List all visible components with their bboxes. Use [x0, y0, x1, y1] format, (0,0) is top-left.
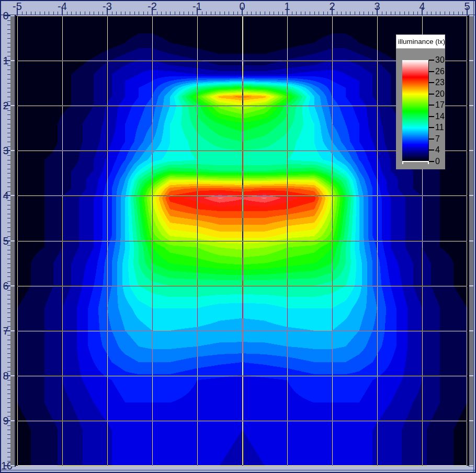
y-major-tick	[4, 375, 10, 376]
x-minor-tick	[170, 11, 171, 15]
x-minor-tick	[71, 11, 72, 15]
x-minor-tick	[211, 11, 211, 15]
x-minor-tick	[359, 11, 360, 15]
colorbar-tick-label: 23	[435, 78, 447, 87]
left-ruler: 012345678910	[1, 15, 10, 470]
x-minor-tick	[260, 11, 260, 15]
colorbar-tick	[429, 71, 434, 72]
groove-notch	[469, 285, 473, 286]
x-minor-tick	[323, 11, 324, 15]
x-minor-tick	[206, 11, 207, 15]
plot-right-edge	[467, 16, 469, 466]
x-minor-tick	[265, 11, 265, 15]
x-minor-tick	[368, 11, 369, 15]
right-plot-groove	[469, 15, 473, 467]
x-minor-tick	[305, 11, 305, 15]
x-minor-tick	[143, 11, 144, 15]
x-minor-tick	[449, 11, 450, 15]
x-minor-tick	[440, 11, 440, 15]
x-minor-tick	[76, 11, 76, 15]
colorbar-tick-label: 26	[435, 67, 447, 76]
left-plot-groove	[10, 15, 16, 467]
colorbar-tick-label: 30	[435, 56, 447, 64]
y-major-tick	[4, 240, 10, 241]
x-minor-tick	[58, 11, 58, 15]
groove-notch	[469, 465, 473, 466]
x-minor-tick	[166, 11, 166, 15]
x-minor-tick	[94, 11, 94, 15]
x-minor-tick	[382, 11, 382, 15]
right-inner-border	[473, 1, 474, 472]
marker-left-cap	[402, 161, 403, 164]
x-minor-tick	[237, 11, 238, 15]
x-minor-tick	[292, 11, 292, 15]
plot-window: -5-4-3-2-1012345 012345678910 illuminanc…	[0, 0, 476, 473]
groove-notch	[10, 105, 15, 106]
x-minor-tick	[319, 11, 319, 15]
colorbar-tick	[429, 161, 434, 162]
x-minor-tick	[130, 11, 130, 15]
x-major-tick	[287, 7, 288, 15]
y-major-tick	[4, 60, 10, 61]
x-minor-tick	[409, 11, 409, 15]
groove-notch	[10, 285, 15, 286]
x-minor-tick	[89, 11, 90, 15]
x-minor-tick	[341, 11, 342, 15]
x-minor-tick	[301, 11, 301, 15]
frame-top	[0, 0, 476, 1]
x-minor-tick	[404, 11, 405, 15]
x-minor-tick	[417, 11, 418, 15]
y-major-tick	[4, 285, 10, 286]
x-minor-tick	[436, 11, 436, 15]
colorbar-tick-label: 0	[435, 157, 447, 166]
x-minor-tick	[98, 11, 99, 15]
groove-notch	[469, 105, 473, 106]
x-minor-tick	[413, 11, 414, 15]
colorbar-tick	[429, 127, 434, 128]
x-minor-tick	[134, 11, 135, 15]
x-major-tick	[467, 7, 468, 15]
x-minor-tick	[458, 11, 459, 15]
groove-notch	[10, 195, 15, 196]
colorbar-tick-label: 7	[435, 135, 447, 143]
x-minor-tick	[233, 11, 234, 15]
x-minor-tick	[395, 11, 395, 15]
x-minor-tick	[431, 11, 432, 15]
x-minor-tick	[116, 11, 117, 15]
groove-notch	[469, 15, 473, 16]
groove-notch	[10, 330, 15, 331]
x-minor-tick	[175, 11, 175, 15]
x-minor-tick	[355, 11, 355, 15]
y-major-tick	[4, 105, 10, 106]
groove-notch	[10, 240, 15, 241]
x-major-tick	[62, 7, 63, 15]
x-minor-tick	[314, 11, 315, 15]
colorbar-tick	[429, 105, 434, 106]
x-minor-tick	[247, 11, 247, 15]
colorbar-min-marker	[402, 161, 429, 162]
x-minor-tick	[215, 11, 216, 15]
x-minor-tick	[53, 11, 54, 15]
x-minor-tick	[269, 11, 270, 15]
x-minor-tick	[220, 11, 220, 15]
x-major-tick	[107, 7, 108, 15]
colorbar-tick	[429, 82, 434, 83]
x-minor-tick	[364, 11, 364, 15]
colorbar-tick-label: 20	[435, 90, 447, 98]
x-major-tick	[17, 7, 18, 15]
y-major-tick	[4, 195, 10, 196]
x-minor-tick	[31, 11, 31, 15]
colorbar	[402, 60, 429, 162]
groove-notch	[10, 60, 15, 61]
x-minor-tick	[350, 11, 350, 15]
x-minor-tick	[386, 11, 387, 15]
groove-notch	[469, 60, 473, 61]
y-major-tick	[4, 330, 10, 331]
x-minor-tick	[296, 11, 297, 15]
frame-left	[0, 0, 1, 473]
y-major-tick	[4, 150, 10, 151]
x-minor-tick	[157, 11, 157, 15]
groove-notch	[10, 150, 15, 151]
x-minor-tick	[274, 11, 274, 15]
legend[interactable]: illuminance (lx) 30262320171411740	[396, 34, 445, 169]
